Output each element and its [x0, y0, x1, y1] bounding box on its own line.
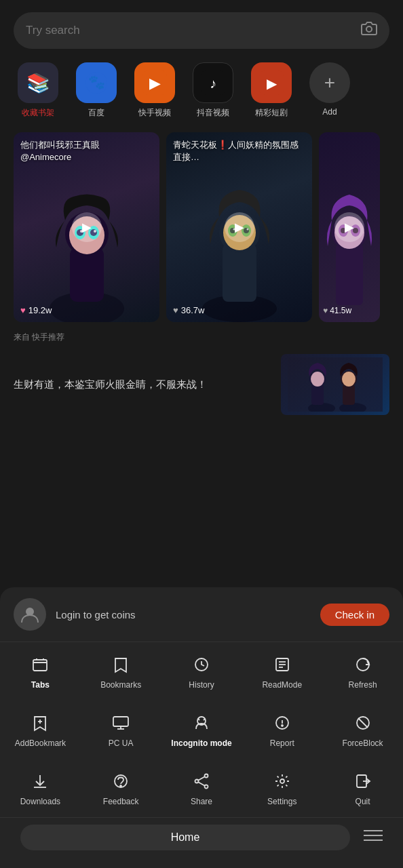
svg-point-40 — [311, 372, 324, 387]
menu-report[interactable]: Report — [242, 706, 322, 753]
addbookmark-icon — [31, 714, 49, 734]
camera-icon[interactable] — [361, 20, 377, 41]
play-button-2[interactable]: ▶ — [225, 212, 254, 242]
search-bar[interactable] — [14, 12, 389, 49]
video-likes-2: ♥ 36.7w — [173, 305, 204, 315]
history-icon — [193, 656, 210, 676]
report-label: Report — [270, 738, 294, 748]
menu-refresh[interactable]: Refresh — [322, 648, 403, 695]
menu-tabs[interactable]: Tabs — [0, 648, 81, 695]
menu-incognito[interactable]: Incognito mode — [161, 706, 242, 753]
pcua-label: PC UA — [109, 738, 134, 748]
video-title-2: 青蛇天花板❗人间妖精的氛围感直接… — [173, 139, 305, 163]
login-text: Login to get coins — [56, 609, 311, 620]
menu-feedback[interactable]: Feedback — [81, 764, 161, 812]
bottom-nav: Home — [0, 817, 403, 861]
login-row: Login to get coins Check in — [0, 587, 403, 642]
video-feed: 他们都叫我邪王真眼 @Animecore ▶ ♥ 19.2w 青蛇天花板❗人间妖… — [0, 125, 403, 329]
quit-label: Quit — [356, 797, 370, 806]
quit-icon — [354, 772, 372, 793]
svg-line-60 — [204, 719, 205, 720]
article-text: 生财有道，本鉴宝师火眼金睛，不服来战！ — [14, 377, 273, 393]
svg-point-0 — [366, 26, 372, 32]
quick-link-kuaishou[interactable]: ▶ 快手视频 — [130, 62, 179, 119]
svg-point-63 — [282, 725, 283, 726]
menu-pcua[interactable]: PC UA — [81, 706, 161, 753]
svg-point-74 — [280, 779, 284, 783]
add-icon: + — [309, 62, 350, 103]
menu-settings[interactable]: Settings — [242, 764, 322, 812]
svg-rect-46 — [33, 660, 47, 671]
menu-quit[interactable]: Quit — [322, 764, 403, 812]
menu-history[interactable]: History — [161, 648, 242, 695]
svg-point-71 — [204, 785, 208, 789]
forceblock-label: ForceBlock — [343, 738, 383, 748]
svg-point-68 — [120, 785, 121, 787]
checkin-button[interactable]: Check in — [320, 604, 389, 626]
menu-lines-icon[interactable] — [364, 829, 383, 846]
video-card-3[interactable]: ▶ ♥ 41.5w — [319, 132, 380, 322]
avatar — [14, 598, 46, 631]
report-icon — [273, 714, 291, 734]
feedback-label: Feedback — [103, 797, 139, 806]
svg-line-65 — [358, 718, 368, 728]
tiktok-icon: ♪ — [193, 62, 233, 103]
incognito-icon — [193, 714, 210, 734]
drama-icon: ▶ — [251, 62, 292, 103]
quick-link-books-label: 收藏书架 — [22, 107, 54, 119]
refresh-icon — [354, 656, 372, 676]
quick-link-tiktok[interactable]: ♪ 抖音视频 — [189, 62, 237, 119]
bottom-panel: Login to get coins Check in Tabs Bookmar… — [0, 587, 403, 868]
play-button-3[interactable]: ▶ — [334, 212, 364, 242]
article-preview[interactable]: 生财有道，本鉴宝师火眼金睛，不服来战！ — [0, 349, 403, 420]
quick-link-drama-label: 精彩短剧 — [255, 107, 288, 119]
quick-links: 📚 收藏书架 🐾 百度 ▶ 快手视频 ♪ 抖音视频 ▶ 精彩短剧 + Add — [0, 62, 403, 119]
svg-text:▶: ▶ — [149, 75, 161, 92]
add-label: Add — [322, 107, 337, 117]
svg-point-44 — [342, 372, 356, 387]
video-card-2[interactable]: 青蛇天花板❗人间妖精的氛围感直接… ▶ ♥ 36.7w — [166, 132, 312, 322]
menu-bookmarks[interactable]: Bookmarks — [81, 648, 161, 695]
quick-link-drama[interactable]: ▶ 精彩短剧 — [247, 62, 296, 119]
menu-readmode[interactable]: ReadMode — [242, 648, 322, 695]
add-link-item[interactable]: + Add — [305, 62, 354, 119]
video-card-1[interactable]: 他们都叫我邪王真眼 @Animecore ▶ ♥ 19.2w — [14, 132, 159, 322]
menu-row-2: AddBookmark PC UA Incognito — [0, 701, 403, 759]
readmode-icon — [273, 656, 291, 676]
quick-link-kuaishou-label: 快手视频 — [138, 107, 171, 119]
quick-link-baidu-label: 百度 — [88, 107, 104, 119]
menu-addbookmark[interactable]: AddBookmark — [0, 706, 81, 753]
pcua-icon — [112, 714, 130, 734]
bookmarks-icon — [112, 656, 130, 676]
downloads-label: Downloads — [20, 797, 60, 806]
play-button-1[interactable]: ▶ — [72, 212, 102, 242]
forceblock-icon — [354, 714, 372, 734]
svg-text:🐾: 🐾 — [88, 74, 105, 90]
menu-forceblock[interactable]: ForceBlock — [322, 706, 403, 753]
history-label: History — [189, 680, 214, 690]
incognito-label: Incognito mode — [171, 738, 231, 748]
quick-link-tiktok-label: 抖音视频 — [197, 107, 229, 119]
svg-text:♪: ♪ — [210, 76, 216, 91]
quick-link-baidu[interactable]: 🐾 百度 — [72, 62, 121, 119]
menu-share[interactable]: Share — [161, 764, 242, 812]
svg-point-69 — [204, 774, 208, 778]
share-label: Share — [191, 797, 212, 806]
home-button[interactable]: Home — [20, 825, 350, 850]
addbookmark-label: AddBookmark — [15, 738, 66, 748]
svg-rect-55 — [113, 717, 128, 726]
article-thumbnail — [281, 354, 389, 415]
feedback-icon — [112, 772, 130, 793]
quick-link-books[interactable]: 📚 收藏书架 — [14, 62, 62, 119]
menu-row-3: Downloads Feedback — [0, 759, 403, 817]
search-input[interactable] — [26, 24, 361, 37]
menu-downloads[interactable]: Downloads — [0, 764, 81, 812]
feed-source: 来自 快手推荐 — [0, 329, 403, 349]
refresh-label: Refresh — [349, 680, 377, 690]
video-likes-1: ♥ 19.2w — [20, 305, 52, 315]
tabs-icon — [31, 656, 49, 676]
downloads-icon — [31, 772, 49, 793]
svg-rect-42 — [343, 384, 355, 405]
svg-rect-29 — [336, 244, 363, 305]
svg-line-59 — [198, 719, 199, 720]
